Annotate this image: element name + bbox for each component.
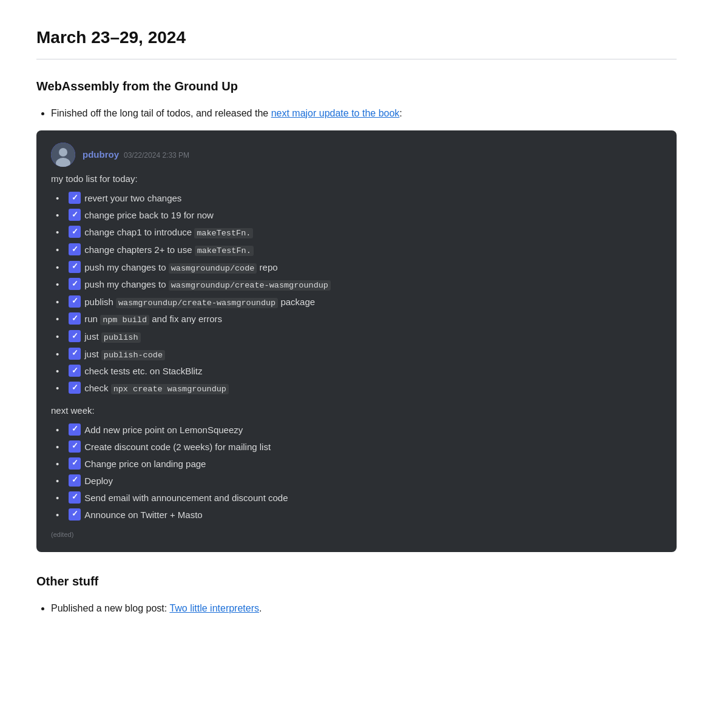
checkbox-icon	[69, 312, 81, 325]
todo-text: Create discount code (2 weeks) for maili…	[84, 440, 271, 454]
list-item: Finished off the long tail of todos, and…	[51, 106, 677, 121]
bullet-text-after: :	[399, 108, 402, 118]
avatar	[51, 143, 75, 167]
book-update-link[interactable]: next major update to the book	[271, 108, 400, 118]
other-stuff-title: Other stuff	[36, 571, 677, 591]
list-item: just publish	[56, 329, 662, 345]
todo-text: run npm build and fix any errors	[84, 312, 222, 327]
todo-text: check tests etc. on StackBlitz	[84, 364, 202, 379]
list-item: Add new price point on LemonSqueezy	[56, 423, 662, 437]
list-item: revert your two changes	[56, 191, 662, 206]
message-intro: my todo list for today:	[51, 172, 662, 186]
todo-text: Announce on Twitter + Masto	[84, 508, 202, 522]
todo-text: change chapters 2+ to use makeTestFn.	[84, 243, 254, 258]
next-week-todo-list: Add new price point on LemonSqueezy Crea…	[51, 423, 662, 522]
todo-text: change chap1 to introduce makeTestFn.	[84, 225, 253, 240]
list-item: push my changes to wasmgroundup/create-w…	[56, 277, 662, 292]
checkbox-icon	[69, 192, 81, 204]
list-item: Announce on Twitter + Masto	[56, 508, 662, 522]
message-header: pdubroy 03/22/2024 2:33 PM	[51, 143, 662, 167]
list-item: check npx create wasmgroundup	[56, 381, 662, 396]
list-item: change chapters 2+ to use makeTestFn.	[56, 243, 662, 258]
code-snippet: publish-code	[101, 350, 165, 360]
message-timestamp: 03/22/2024 2:33 PM	[124, 150, 189, 161]
todo-text: Change price on landing page	[84, 457, 206, 471]
checkbox-icon	[69, 365, 81, 377]
section-other-stuff: Other stuff Published a new blog post: T…	[36, 571, 677, 616]
edited-label: (edited)	[51, 530, 662, 541]
todo-text: push my changes to wasmgroundup/code rep…	[84, 260, 277, 275]
svg-point-1	[59, 148, 67, 157]
page-header: March 23–29, 2024	[36, 24, 677, 59]
checkbox-icon	[69, 382, 81, 394]
checkbox-icon	[69, 457, 81, 470]
list-item: Send email with announcement and discoun…	[56, 491, 662, 505]
checkbox-icon	[69, 330, 81, 342]
list-item: push my changes to wasmgroundup/code rep…	[56, 260, 662, 275]
todo-text: Send email with announcement and discoun…	[84, 491, 288, 505]
checkbox-icon	[69, 423, 81, 436]
today-todo-list: revert your two changes change price bac…	[51, 191, 662, 396]
page-container: March 23–29, 2024 WebAssembly from the G…	[36, 24, 677, 616]
checkbox-icon	[69, 508, 81, 521]
page-title: March 23–29, 2024	[36, 24, 677, 52]
code-snippet: npm build	[100, 315, 149, 325]
todo-text: Deploy	[84, 474, 113, 488]
checkbox-icon	[69, 243, 81, 255]
discord-message-box: pdubroy 03/22/2024 2:33 PM my todo list …	[36, 130, 677, 552]
webassembly-bullets: Finished off the long tail of todos, and…	[36, 106, 677, 121]
checkbox-icon	[69, 295, 81, 308]
checkbox-icon	[69, 474, 81, 487]
code-snippet: wasmgroundup/code	[169, 263, 257, 274]
list-item: just publish-code	[56, 347, 662, 362]
message-username: pdubroy	[83, 147, 119, 162]
list-item: Create discount code (2 weeks) for maili…	[56, 440, 662, 454]
header-divider	[36, 59, 677, 59]
list-item: publish wasmgroundup/create-wasmgroundup…	[56, 295, 662, 310]
code-snippet: wasmgroundup/create-wasmgroundup	[116, 298, 278, 308]
list-item: check tests etc. on StackBlitz	[56, 364, 662, 379]
code-snippet: publish	[101, 332, 141, 343]
todo-text: just publish	[84, 329, 140, 345]
bullet-text-before: Finished off the long tail of todos, and…	[51, 108, 271, 118]
todo-text: publish wasmgroundup/create-wasmgroundup…	[84, 295, 315, 310]
checkbox-icon	[69, 440, 81, 453]
next-week-label: next week:	[51, 403, 662, 418]
list-item: change price back to 19 for now	[56, 208, 662, 223]
code-snippet: wasmgroundup/create-wasmgroundup	[169, 280, 331, 291]
section-webassembly: WebAssembly from the Ground Up Finished …	[36, 76, 677, 553]
other-bullet-text-before: Published a new blog post:	[51, 603, 169, 613]
list-item: Change price on landing page	[56, 457, 662, 471]
interpreters-link[interactable]: Two little interpreters	[169, 603, 259, 613]
list-item: Published a new blog post: Two little in…	[51, 601, 677, 616]
other-stuff-bullets: Published a new blog post: Two little in…	[36, 601, 677, 616]
checkbox-icon	[69, 278, 81, 290]
code-snippet: makeTestFn.	[195, 246, 254, 256]
todo-text: check npx create wasmgroundup	[84, 381, 229, 396]
checkbox-icon	[69, 348, 81, 360]
checkbox-icon	[69, 491, 81, 504]
list-item: run npm build and fix any errors	[56, 312, 662, 327]
checkbox-icon	[69, 226, 81, 238]
other-bullet-text-after: .	[259, 603, 262, 613]
todo-text: Add new price point on LemonSqueezy	[84, 423, 243, 437]
checkbox-icon	[69, 261, 81, 273]
list-item: change chap1 to introduce makeTestFn.	[56, 225, 662, 240]
todo-text: push my changes to wasmgroundup/create-w…	[84, 277, 331, 292]
list-item: Deploy	[56, 474, 662, 488]
todo-text: just publish-code	[84, 347, 165, 362]
code-snippet: npx create wasmgroundup	[111, 384, 229, 394]
code-snippet: makeTestFn.	[194, 228, 253, 238]
todo-text: change price back to 19 for now	[84, 208, 214, 223]
message-meta: pdubroy 03/22/2024 2:33 PM	[83, 147, 189, 162]
checkbox-icon	[69, 209, 81, 221]
webassembly-title: WebAssembly from the Ground Up	[36, 76, 677, 96]
todo-text: revert your two changes	[84, 191, 181, 206]
message-content: my todo list for today: revert your two …	[51, 172, 662, 540]
